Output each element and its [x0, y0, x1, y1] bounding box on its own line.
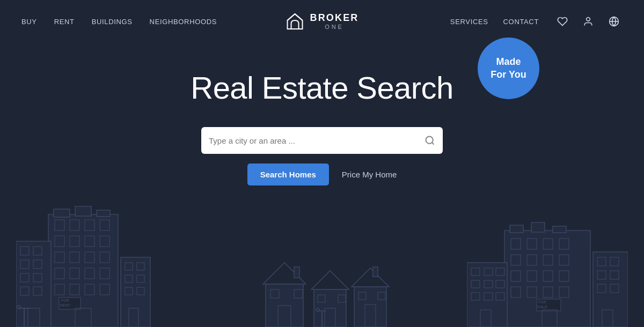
svg-rect-47 [137, 275, 144, 283]
svg-rect-83 [597, 284, 606, 293]
nav-left: BUY RENT BUILDINGS NEIGHBORHOODS [21, 18, 217, 26]
svg-rect-6 [54, 209, 70, 217]
svg-rect-68 [543, 271, 553, 281]
svg-rect-45 [137, 263, 144, 270]
price-my-home-button[interactable]: Price My Home [342, 170, 397, 179]
nav-right: SERVICES CONTACT [450, 13, 623, 30]
svg-rect-46 [125, 275, 133, 283]
svg-rect-26 [70, 284, 79, 295]
svg-rect-17 [55, 252, 64, 263]
svg-rect-99 [278, 306, 291, 327]
action-buttons: Search Homes Price My Home [247, 164, 397, 185]
svg-rect-80 [610, 257, 619, 266]
search-submit-icon[interactable] [425, 135, 435, 146]
account-icon[interactable] [580, 13, 597, 30]
right-buildings-svg: FOR SALE [467, 204, 628, 327]
svg-rect-78 [593, 252, 628, 327]
svg-rect-89 [496, 268, 504, 276]
svg-rect-106 [318, 295, 325, 302]
svg-rect-112 [378, 292, 385, 300]
svg-rect-94 [484, 293, 493, 300]
svg-rect-5 [48, 214, 118, 327]
nav-buildings[interactable]: BUILDINGS [92, 18, 133, 26]
svg-rect-71 [527, 287, 537, 298]
svg-rect-109 [354, 287, 386, 327]
svg-rect-8 [97, 210, 110, 217]
search-bar [201, 127, 443, 154]
svg-rect-48 [125, 287, 133, 295]
svg-rect-32 [75, 308, 91, 327]
svg-rect-36 [20, 260, 29, 269]
svg-rect-73 [559, 287, 569, 298]
svg-rect-67 [527, 271, 537, 281]
favorites-icon[interactable] [554, 13, 571, 30]
svg-rect-20 [100, 252, 109, 263]
svg-rect-95 [496, 293, 504, 300]
svg-rect-21 [55, 268, 64, 279]
svg-rect-93 [471, 293, 480, 300]
svg-rect-44 [125, 263, 133, 270]
svg-rect-29 [59, 298, 80, 309]
svg-rect-64 [543, 255, 553, 265]
svg-rect-42 [28, 308, 40, 327]
search-input[interactable] [209, 136, 425, 145]
svg-rect-92 [496, 280, 504, 288]
svg-rect-81 [597, 271, 606, 279]
svg-rect-39 [33, 273, 42, 282]
language-icon[interactable] [605, 13, 623, 30]
svg-rect-72 [543, 287, 553, 298]
svg-rect-113 [373, 267, 378, 277]
nav-contact[interactable]: CONTACT [503, 18, 539, 26]
svg-rect-15 [85, 236, 94, 247]
svg-rect-105 [325, 308, 335, 327]
navbar: BUY RENT BUILDINGS NEIGHBORHOODS BROKER … [0, 0, 644, 43]
svg-point-3 [426, 137, 433, 144]
svg-rect-110 [365, 304, 376, 327]
svg-text:FOR: FOR [61, 299, 69, 302]
svg-rect-86 [467, 263, 507, 327]
svg-rect-58 [511, 239, 521, 249]
svg-rect-12 [100, 220, 109, 231]
svg-rect-84 [610, 284, 619, 293]
logo[interactable]: BROKER ONE [286, 12, 359, 31]
svg-rect-25 [55, 284, 64, 295]
svg-rect-88 [484, 268, 493, 276]
nav-rent[interactable]: RENT [54, 18, 75, 26]
svg-rect-87 [471, 268, 480, 276]
badge-line2: For You [491, 69, 526, 81]
svg-rect-70 [511, 287, 521, 298]
nav-icons [554, 13, 623, 30]
svg-rect-111 [358, 292, 366, 300]
logo-broker: BROKER [310, 13, 359, 24]
svg-point-116 [316, 308, 319, 311]
svg-rect-61 [559, 239, 569, 249]
svg-rect-104 [314, 289, 346, 327]
svg-marker-103 [311, 271, 349, 289]
nav-services[interactable]: SERVICES [450, 18, 488, 26]
svg-rect-74 [537, 299, 561, 311]
svg-rect-33 [16, 241, 51, 327]
nav-neighborhoods[interactable]: NEIGHBORHOODS [150, 18, 217, 26]
svg-rect-40 [20, 287, 29, 295]
svg-text:SALE: SALE [537, 305, 547, 309]
svg-text:RENT: RENT [60, 303, 71, 307]
svg-rect-38 [20, 273, 29, 282]
svg-rect-57 [553, 226, 566, 233]
made-for-you-badge: Made For You [478, 38, 539, 99]
svg-rect-50 [129, 308, 138, 327]
svg-rect-98 [266, 284, 303, 327]
svg-rect-55 [510, 225, 523, 233]
svg-rect-22 [70, 268, 79, 279]
svg-rect-63 [527, 255, 537, 265]
svg-rect-27 [85, 284, 94, 295]
svg-rect-59 [527, 239, 537, 249]
svg-rect-96 [480, 310, 491, 327]
svg-rect-100 [270, 289, 279, 298]
svg-rect-9 [55, 220, 64, 231]
nav-buy[interactable]: BUY [21, 18, 37, 26]
svg-rect-7 [75, 206, 91, 216]
search-homes-button[interactable]: Search Homes [247, 164, 329, 185]
svg-rect-28 [100, 284, 109, 295]
svg-rect-49 [137, 287, 144, 295]
svg-rect-19 [85, 252, 94, 263]
